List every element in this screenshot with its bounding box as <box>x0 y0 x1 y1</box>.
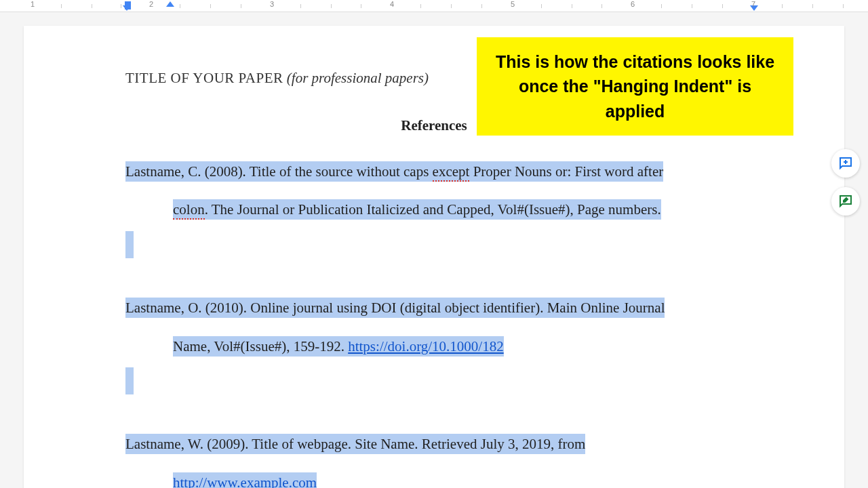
ruler-tick: 5 <box>511 0 515 12</box>
citation-line: Lastname, C. (2008). Title of the source… <box>125 161 663 182</box>
citation-line: colon. The Journal or Publication Italic… <box>173 199 661 220</box>
ruler-tick: 6 <box>631 0 635 12</box>
citation-line: Name, Vol#(Issue#), 159-192. https://doi… <box>173 336 504 357</box>
annotation-callout: This is how the citations looks like onc… <box>477 37 793 136</box>
side-toolbar <box>831 149 860 216</box>
suggest-edits-icon <box>837 193 854 209</box>
citation-line: Lastname, O. (2010). Online journal usin… <box>125 298 665 318</box>
citations-block[interactable]: Lastname, C. (2008). Title of the source… <box>125 155 743 488</box>
doi-link[interactable]: https://doi.org/10.1000/182 <box>348 338 503 354</box>
spelling-error: except <box>433 163 470 182</box>
citation-line: http://www.example.com <box>173 472 317 488</box>
ruler-tick: 3 <box>270 0 274 12</box>
left-indent-marker[interactable] <box>123 5 131 11</box>
ruler-tick: 7 <box>751 0 755 12</box>
selection-highlight <box>125 231 134 258</box>
citation-entry: Lastname, O. (2010). Online journal usin… <box>125 291 743 407</box>
add-comment-button[interactable] <box>831 149 860 178</box>
paper-title: TITLE OF YOUR PAPER <box>125 70 283 86</box>
citation-entry: Lastname, W. (2009). Title of webpage. S… <box>125 427 743 488</box>
suggest-edits-button[interactable] <box>831 187 860 216</box>
ruler-tick: 1 <box>31 0 35 12</box>
add-comment-icon <box>837 155 854 171</box>
ruler-tick: 2 <box>149 0 153 12</box>
first-line-indent-marker[interactable] <box>166 1 174 7</box>
paper-subtitle: (for professional papers) <box>287 70 429 86</box>
url-link[interactable]: http://www.example.com <box>173 474 317 488</box>
citation-line: Lastname, W. (2009). Title of webpage. S… <box>125 434 585 454</box>
spelling-error: colon <box>173 201 205 220</box>
ruler-tick: 4 <box>390 0 394 12</box>
citation-entry: Lastname, C. (2008). Title of the source… <box>125 155 743 270</box>
selection-highlight <box>125 367 134 394</box>
horizontal-ruler[interactable]: 1 2 3 4 5 6 7 <box>0 0 868 12</box>
